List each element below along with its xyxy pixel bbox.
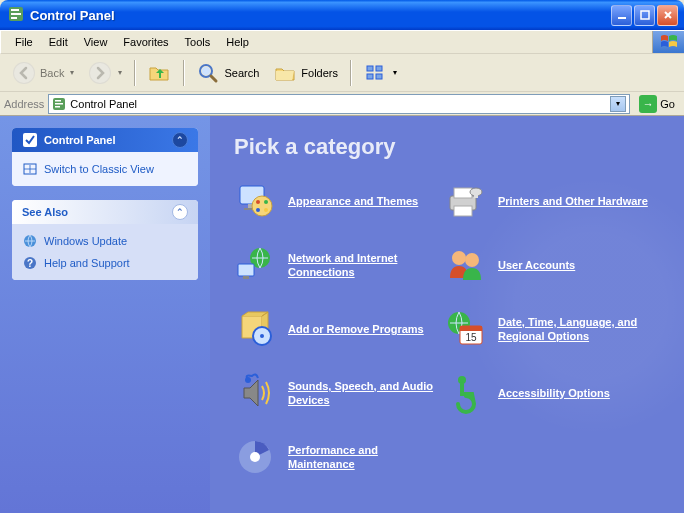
main-panel: Pick a category Appearance and Themes Pr… bbox=[210, 116, 684, 513]
sounds-icon bbox=[234, 372, 276, 414]
windows-update-link[interactable]: Windows Update bbox=[22, 233, 188, 249]
up-button[interactable] bbox=[141, 58, 177, 88]
category-accessibility[interactable]: Accessibility Options bbox=[444, 372, 654, 414]
category-network-internet[interactable]: Network and Internet Connections bbox=[234, 244, 444, 286]
category-label: Printers and Other Hardware bbox=[498, 194, 648, 208]
forward-icon bbox=[88, 61, 112, 85]
svg-point-32 bbox=[264, 208, 268, 212]
collapse-icon[interactable]: ⌃ bbox=[172, 132, 188, 148]
go-button[interactable]: → Go bbox=[634, 94, 680, 114]
switch-view-icon bbox=[22, 161, 38, 177]
svg-point-9 bbox=[90, 63, 110, 83]
close-button[interactable] bbox=[657, 5, 678, 26]
menu-file[interactable]: File bbox=[7, 33, 41, 51]
folders-icon bbox=[273, 61, 297, 85]
search-label: Search bbox=[224, 67, 259, 79]
category-sounds-speech[interactable]: Sounds, Speech, and Audio Devices bbox=[234, 372, 444, 414]
category-appearance-themes[interactable]: Appearance and Themes bbox=[234, 180, 444, 222]
maximize-button[interactable] bbox=[634, 5, 655, 26]
content-area: Control Panel ⌃ Switch to Classic View S… bbox=[0, 116, 684, 513]
panel-icon bbox=[22, 132, 38, 148]
svg-rect-5 bbox=[641, 11, 649, 19]
windows-flag-icon bbox=[652, 31, 684, 53]
users-icon bbox=[444, 244, 486, 286]
category-label: Sounds, Speech, and Audio Devices bbox=[288, 379, 444, 408]
search-button[interactable]: Search bbox=[190, 58, 265, 88]
category-label: Network and Internet Connections bbox=[288, 251, 444, 280]
folders-button[interactable]: Folders bbox=[267, 58, 344, 88]
svg-text:15: 15 bbox=[465, 332, 477, 343]
svg-rect-39 bbox=[238, 264, 254, 276]
category-printers-hardware[interactable]: Printers and Other Hardware bbox=[444, 180, 654, 222]
category-performance-maintenance[interactable]: Performance and Maintenance bbox=[234, 436, 444, 478]
svg-rect-37 bbox=[474, 192, 478, 198]
svg-rect-18 bbox=[55, 103, 63, 105]
menubar: File Edit View Favorites Tools Help bbox=[0, 30, 684, 54]
address-dropdown-icon[interactable]: ▾ bbox=[610, 96, 626, 112]
titlebar: Control Panel bbox=[0, 0, 684, 30]
go-label: Go bbox=[660, 98, 675, 110]
menu-view[interactable]: View bbox=[76, 33, 116, 51]
svg-rect-35 bbox=[454, 206, 472, 216]
forward-button[interactable]: ▾ bbox=[82, 58, 128, 88]
menu-help[interactable]: Help bbox=[218, 33, 257, 51]
go-icon: → bbox=[639, 95, 657, 113]
address-input[interactable]: Control Panel ▾ bbox=[48, 94, 630, 114]
svg-point-28 bbox=[252, 196, 272, 216]
svg-point-42 bbox=[465, 253, 479, 267]
printers-icon bbox=[444, 180, 486, 222]
minimize-button[interactable] bbox=[611, 5, 632, 26]
toolbar-separator bbox=[350, 60, 351, 86]
up-folder-icon bbox=[147, 61, 171, 85]
category-label: Accessibility Options bbox=[498, 386, 610, 400]
category-date-time-language[interactable]: 15 Date, Time, Language, and Regional Op… bbox=[444, 308, 654, 350]
control-panel-tasks-panel: Control Panel ⌃ Switch to Classic View bbox=[12, 128, 198, 186]
category-user-accounts[interactable]: User Accounts bbox=[444, 244, 654, 286]
window-title: Control Panel bbox=[30, 8, 611, 23]
help-icon: ? bbox=[22, 255, 38, 271]
svg-point-31 bbox=[256, 208, 260, 212]
link-label: Windows Update bbox=[44, 235, 127, 247]
category-label: Add or Remove Programs bbox=[288, 322, 424, 336]
menu-favorites[interactable]: Favorites bbox=[115, 33, 176, 51]
search-icon bbox=[196, 61, 220, 85]
svg-point-29 bbox=[256, 200, 260, 204]
svg-rect-15 bbox=[376, 74, 382, 79]
views-icon bbox=[363, 61, 387, 85]
svg-rect-40 bbox=[243, 276, 249, 279]
views-button[interactable]: ▾ bbox=[357, 58, 403, 88]
forward-dropdown-icon[interactable]: ▾ bbox=[118, 68, 122, 77]
category-label: Performance and Maintenance bbox=[288, 443, 444, 472]
help-support-link[interactable]: ? Help and Support bbox=[22, 255, 188, 271]
panel-title: See Also bbox=[22, 206, 68, 218]
panel-header[interactable]: Control Panel ⌃ bbox=[12, 128, 198, 152]
address-bar: Address Control Panel ▾ → Go bbox=[0, 92, 684, 116]
switch-classic-view-link[interactable]: Switch to Classic View bbox=[22, 161, 188, 177]
svg-rect-13 bbox=[376, 66, 382, 71]
svg-point-49 bbox=[245, 377, 251, 383]
category-add-remove-programs[interactable]: Add or Remove Programs bbox=[234, 308, 444, 350]
svg-point-7 bbox=[14, 63, 34, 83]
toolbar-separator bbox=[183, 60, 184, 86]
back-dropdown-icon[interactable]: ▾ bbox=[70, 68, 74, 77]
toolbar-separator bbox=[134, 60, 135, 86]
svg-point-52 bbox=[250, 452, 260, 462]
link-label: Help and Support bbox=[44, 257, 130, 269]
back-icon bbox=[12, 61, 36, 85]
svg-text:?: ? bbox=[27, 258, 33, 269]
svg-rect-4 bbox=[618, 17, 626, 19]
accessibility-icon bbox=[444, 372, 486, 414]
collapse-icon[interactable]: ⌃ bbox=[172, 204, 188, 220]
views-dropdown-icon[interactable]: ▾ bbox=[393, 68, 397, 77]
panel-header[interactable]: See Also ⌃ bbox=[12, 200, 198, 224]
menu-tools[interactable]: Tools bbox=[177, 33, 219, 51]
date-time-icon: 15 bbox=[444, 308, 486, 350]
category-label: Date, Time, Language, and Regional Optio… bbox=[498, 315, 654, 344]
back-label: Back bbox=[40, 67, 64, 79]
see-also-panel: See Also ⌃ Windows Update ? Help and Sup… bbox=[12, 200, 198, 280]
menu-edit[interactable]: Edit bbox=[41, 33, 76, 51]
svg-point-41 bbox=[452, 251, 466, 265]
address-icon bbox=[52, 97, 66, 111]
back-button[interactable]: Back ▾ bbox=[6, 58, 80, 88]
svg-point-44 bbox=[260, 334, 264, 338]
